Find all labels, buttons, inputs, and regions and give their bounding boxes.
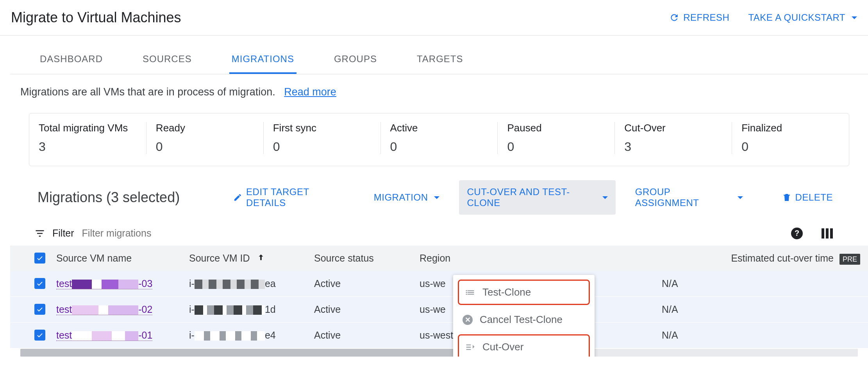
stat-cutover: Cut-Over 3	[614, 122, 732, 154]
section-title: Migrations (3 selected)	[38, 189, 180, 206]
chevron-down-icon	[738, 196, 743, 199]
quickstart-label: TAKE A QUICKSTART	[748, 12, 845, 23]
columns-icon[interactable]	[822, 228, 833, 239]
preview-badge: PRE	[839, 254, 860, 265]
filter-label: Filter	[52, 228, 74, 239]
header-actions: REFRESH TAKE A QUICKSTART	[669, 12, 857, 23]
vm-id-cell: i-ea	[184, 271, 309, 297]
row-checkbox[interactable]	[34, 304, 45, 315]
est-cutover-cell: N/A	[656, 271, 868, 297]
stat-label: First sync	[273, 122, 371, 134]
pencil-icon	[233, 193, 242, 202]
migration-dropdown[interactable]: MIGRATION	[366, 186, 448, 209]
col-est-cutover-label: Estimated cut-over time	[731, 253, 834, 264]
checkbox-icon	[34, 253, 45, 264]
stat-label: Cut-Over	[624, 122, 722, 134]
table-row[interactable]: test-03 i-ea Active us-we N/A	[10, 271, 868, 297]
migrations-table: Source VM name Source VM ID Source statu…	[10, 246, 868, 348]
stat-value: 0	[273, 140, 371, 154]
stat-label: Active	[390, 122, 488, 134]
tab-dashboard[interactable]: DASHBOARD	[38, 45, 105, 74]
tab-migrations[interactable]: MIGRATIONS	[229, 45, 296, 74]
refresh-button[interactable]: REFRESH	[669, 12, 729, 23]
col-est-cutover[interactable]: Estimated cut-over time PRE	[656, 246, 868, 271]
vm-name-link[interactable]: test-02	[56, 304, 152, 315]
header: Migrate to Virtual Machines REFRESH TAKE…	[0, 0, 868, 36]
tab-targets[interactable]: TARGETS	[414, 45, 466, 74]
chevron-down-icon	[602, 196, 608, 199]
col-vm-id[interactable]: Source VM ID	[184, 246, 309, 271]
stat-value: 3	[39, 140, 137, 154]
stat-value: 0	[741, 140, 839, 154]
est-cutover-cell: N/A	[656, 297, 868, 323]
horizontal-scrollbar[interactable]	[20, 349, 858, 357]
vm-id-cell: i-1d	[184, 297, 309, 323]
vm-id-cell: i-e4	[184, 323, 309, 348]
menu-cut-over-label: Cut-Over	[482, 341, 523, 353]
scrollbar-thumb[interactable]	[20, 349, 498, 357]
edit-target-details-button[interactable]: EDIT TARGET DETAILS	[225, 180, 354, 215]
cutover-clone-label: CUT-OVER AND TEST-CLONE	[467, 187, 596, 208]
filter-row: Filter ?	[10, 222, 868, 246]
est-cutover-cell: N/A	[656, 323, 868, 348]
group-assignment-dropdown[interactable]: GROUP ASSIGNMENT	[627, 180, 751, 215]
cut-over-icon	[464, 342, 475, 353]
cutover-testclone-dropdown[interactable]: CUT-OVER AND TEST-CLONE	[459, 180, 615, 215]
table-row[interactable]: test-02 i-1d Active us-we N/A	[10, 297, 868, 323]
stat-value: 0	[156, 140, 254, 154]
stat-value: 0	[507, 140, 605, 154]
table-row[interactable]: test-01 i-e4 Active us-west1 Cut-Over N/…	[10, 323, 868, 348]
table-header-row: Source VM name Source VM ID Source statu…	[10, 246, 868, 271]
refresh-label: REFRESH	[683, 12, 729, 23]
trash-icon	[782, 193, 791, 202]
cutover-testclone-menu: Test-Clone ✕ Cancel Test-Clone Cut-Over …	[453, 275, 595, 357]
filter-icon	[34, 228, 45, 239]
edit-target-label: EDIT TARGET DETAILS	[246, 187, 346, 208]
page-title: Migrate to Virtual Machines	[11, 9, 181, 26]
stat-active: Active 0	[380, 122, 498, 154]
stat-firstsync: First sync 0	[263, 122, 380, 154]
chevron-down-icon	[434, 196, 439, 199]
row-checkbox[interactable]	[34, 330, 45, 341]
subheading-text: Migrations are all VMs that are in proce…	[20, 86, 275, 98]
src-status-cell: Active	[309, 271, 414, 297]
stat-label: Paused	[507, 122, 605, 134]
menu-test-clone-label: Test-Clone	[482, 286, 531, 298]
stat-label: Total migrating VMs	[39, 122, 137, 134]
src-status-cell: Active	[309, 323, 414, 348]
subheading: Migrations are all VMs that are in proce…	[10, 74, 868, 103]
tab-sources[interactable]: SOURCES	[140, 45, 194, 74]
col-region[interactable]: Region	[414, 246, 492, 271]
stat-paused: Paused 0	[497, 122, 614, 154]
row-checkbox[interactable]	[34, 278, 45, 289]
stat-value: 0	[390, 140, 488, 154]
stat-ready: Ready 0	[146, 122, 263, 154]
delete-label: DELETE	[795, 192, 833, 203]
vm-name-link[interactable]: test-01	[56, 330, 152, 341]
take-quickstart-button[interactable]: TAKE A QUICKSTART	[748, 12, 857, 23]
filter-input[interactable]	[81, 227, 784, 239]
stat-label: Finalized	[741, 122, 839, 134]
menu-cancel-test-clone[interactable]: ✕ Cancel Test-Clone	[453, 307, 595, 333]
migration-label: MIGRATION	[374, 192, 428, 203]
chevron-down-icon	[852, 16, 857, 19]
test-clone-icon	[464, 287, 475, 298]
section-head: Migrations (3 selected) EDIT TARGET DETA…	[10, 176, 868, 222]
menu-cut-over[interactable]: Cut-Over	[458, 334, 590, 357]
col-select-all[interactable]	[10, 246, 51, 271]
cancel-icon: ✕	[463, 315, 473, 325]
menu-test-clone[interactable]: Test-Clone	[458, 280, 590, 305]
group-assign-label: GROUP ASSIGNMENT	[635, 187, 731, 208]
help-icon[interactable]: ?	[791, 228, 803, 239]
col-src-status[interactable]: Source status	[309, 246, 414, 271]
col-vm-name[interactable]: Source VM name	[51, 246, 184, 271]
delete-button[interactable]: DELETE	[774, 186, 841, 209]
read-more-link[interactable]: Read more	[284, 86, 336, 98]
tab-groups[interactable]: GROUPS	[332, 45, 379, 74]
col-mig-status[interactable]	[492, 246, 656, 271]
stat-finalized: Finalized 0	[732, 122, 849, 154]
refresh-icon	[669, 13, 679, 23]
stats-card: Total migrating VMs 3 Ready 0 First sync…	[29, 113, 849, 166]
col-vm-id-label: Source VM ID	[189, 253, 250, 264]
vm-name-link[interactable]: test-03	[56, 278, 152, 289]
